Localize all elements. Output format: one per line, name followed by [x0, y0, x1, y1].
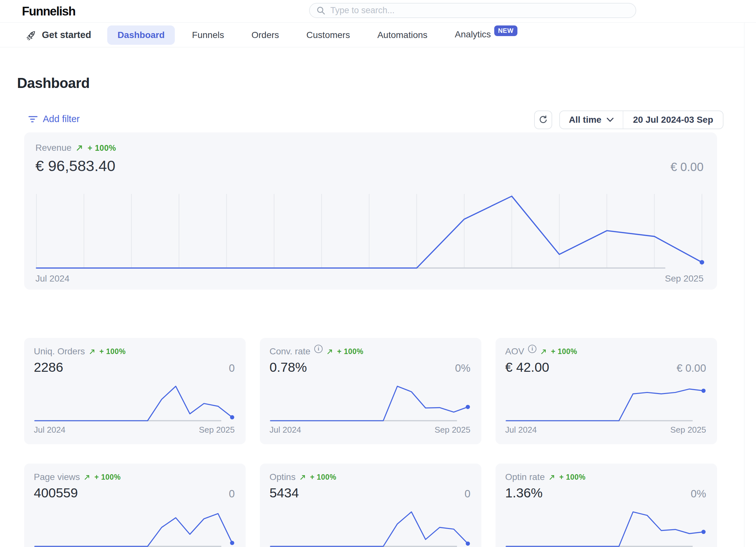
metric-sparkline-chart: [269, 509, 472, 547]
date-controls: All time 20 Jul 2024-03 Sep: [534, 110, 723, 129]
time-range-label: All time: [569, 115, 601, 125]
chevron-down-icon: [607, 118, 614, 122]
filter-icon: [28, 115, 38, 123]
metric-label: Optins: [269, 472, 296, 482]
metric-value: 0.78%: [269, 360, 307, 375]
app-logo: Funnelish: [22, 5, 75, 18]
x-axis-end-label: Sep 2025: [670, 425, 706, 435]
x-axis-end-label: Sep 2025: [665, 274, 704, 284]
trend-up-icon: [540, 348, 547, 355]
metric-change: + 100%: [551, 347, 577, 356]
metric-card-page_views: Page views + 100% 400559 0 Jul 2024 Sep …: [24, 464, 246, 547]
metric-card-optin_rate: Optin rate + 100% 1.36% 0% Jul 2024 Sep …: [496, 464, 717, 547]
revenue-value: € 96,583.40: [35, 157, 115, 174]
x-axis-start-label: Jul 2024: [34, 425, 65, 435]
time-range-dropdown[interactable]: All time: [560, 111, 623, 128]
metrics-grid: Uniq. Orders + 100% 2286 0 Jul 2024 Sep …: [24, 338, 717, 547]
app-window: Funnelish: [0, 0, 756, 547]
page-title: Dashboard: [17, 75, 744, 91]
nav-item-label: Get started: [42, 30, 91, 40]
metric-values: 5434 0: [269, 486, 470, 501]
metric-change: + 100%: [99, 347, 126, 356]
trend-up-icon: [549, 474, 555, 481]
metric-values: 1.36% 0%: [505, 486, 706, 501]
metric-value: 1.36%: [505, 486, 543, 501]
new-badge: NEW: [494, 25, 517, 36]
metric-change: + 100%: [337, 347, 364, 356]
nav-item-orders[interactable]: Orders: [251, 30, 279, 40]
metric-sparkline-chart: [34, 383, 236, 422]
add-filter-button[interactable]: Add filter: [28, 114, 80, 124]
scroll-gutter[interactable]: [744, 23, 756, 547]
metric-card-aov: AOV i + 100% € 42.00 € 0.00 Jul 2024 Sep…: [496, 338, 717, 444]
revenue-card-header: Revenue + 100%: [35, 143, 116, 153]
metric-x-axis: Jul 2024 Sep 2025: [34, 425, 235, 435]
revenue-label: Revenue: [35, 143, 71, 153]
metric-sparkline-chart: [505, 383, 707, 422]
nav-item-label: Analytics: [455, 29, 491, 39]
metric-value: € 42.00: [505, 360, 549, 375]
main-content: Dashboard Add filter: [0, 47, 744, 547]
revenue-change: + 100%: [88, 143, 116, 153]
metric-card-header: Conv. rate i + 100%: [269, 346, 364, 357]
nav-item-funnels[interactable]: Funnels: [192, 30, 224, 40]
metric-card-header: Optin rate + 100%: [505, 472, 586, 482]
rocket-icon: [26, 29, 37, 41]
metric-values: 2286 0: [34, 360, 235, 375]
x-axis-start-label: Jul 2024: [269, 425, 301, 435]
metric-value: 400559: [34, 486, 78, 501]
metric-secondary-value: 0: [229, 362, 235, 374]
metric-value: 2286: [34, 360, 63, 375]
metric-x-axis: Jul 2024 Sep 2025: [505, 425, 706, 435]
metric-card-header: Page views + 100%: [34, 472, 121, 482]
revenue-chart: [35, 193, 706, 269]
info-icon[interactable]: i: [528, 345, 536, 353]
revenue-card: Revenue + 100% € 96,583.40 € 0.00 Jul 20…: [24, 132, 717, 290]
metric-label: AOV: [505, 346, 524, 357]
refresh-button[interactable]: [534, 110, 552, 129]
x-axis-start-label: Jul 2024: [505, 425, 537, 435]
metric-card-header: Optins + 100%: [269, 472, 336, 482]
metric-label: Optin rate: [505, 472, 545, 482]
metric-values: € 42.00 € 0.00: [505, 360, 706, 375]
metric-values: 0.78% 0%: [269, 360, 470, 375]
metric-secondary-value: 0: [465, 488, 470, 500]
date-range-button[interactable]: 20 Jul 2024-03 Sep: [623, 111, 723, 128]
metric-secondary-value: € 0.00: [676, 362, 706, 374]
metric-card-uniq_orders: Uniq. Orders + 100% 2286 0 Jul 2024 Sep …: [24, 338, 246, 444]
date-range-control: All time 20 Jul 2024-03 Sep: [559, 110, 723, 129]
metric-secondary-value: 0: [229, 488, 235, 500]
global-search[interactable]: [309, 3, 636, 18]
x-axis-end-label: Sep 2025: [435, 425, 470, 435]
metric-sparkline-chart: [505, 509, 707, 547]
refresh-icon: [538, 115, 548, 125]
nav-item-get-started[interactable]: Get started: [26, 29, 91, 41]
nav-item-dashboard[interactable]: Dashboard: [107, 25, 175, 45]
metric-card-header: AOV i + 100%: [505, 346, 577, 357]
filter-bar: Add filter All time: [0, 110, 744, 129]
revenue-secondary-value: € 0.00: [670, 160, 704, 174]
metric-secondary-value: 0%: [455, 362, 470, 374]
metric-value: 5434: [269, 486, 299, 501]
x-axis-end-label: Sep 2025: [199, 425, 235, 435]
nav-item-analytics[interactable]: AnalyticsNEW: [455, 29, 517, 41]
search-input[interactable]: [330, 5, 629, 15]
metric-sparkline-chart: [269, 383, 472, 422]
nav-item-automations[interactable]: Automations: [377, 30, 428, 40]
metric-card-conv_rate: Conv. rate i + 100% 0.78% 0% Jul 2024 Se…: [260, 338, 481, 444]
metric-x-axis: Jul 2024 Sep 2025: [269, 425, 470, 435]
metric-change: + 100%: [94, 473, 121, 482]
main-nav: Get started Dashboard Funnels Orders Cus…: [0, 23, 744, 47]
x-axis-start-label: Jul 2024: [35, 274, 70, 284]
nav-item-customers[interactable]: Customers: [307, 30, 350, 40]
add-filter-label: Add filter: [43, 114, 80, 124]
metric-sparkline-chart: [34, 509, 236, 547]
metric-card-optins: Optins + 100% 5434 0 Jul 2024 Sep 2025: [260, 464, 481, 547]
metric-card-header: Uniq. Orders + 100%: [34, 346, 126, 357]
metric-change: + 100%: [310, 473, 336, 482]
metric-secondary-value: 0%: [691, 488, 706, 500]
metric-values: 400559 0: [34, 486, 235, 501]
revenue-values: € 96,583.40 € 0.00: [35, 157, 704, 174]
revenue-x-axis: Jul 2024 Sep 2025: [35, 274, 704, 284]
info-icon[interactable]: i: [314, 345, 323, 353]
